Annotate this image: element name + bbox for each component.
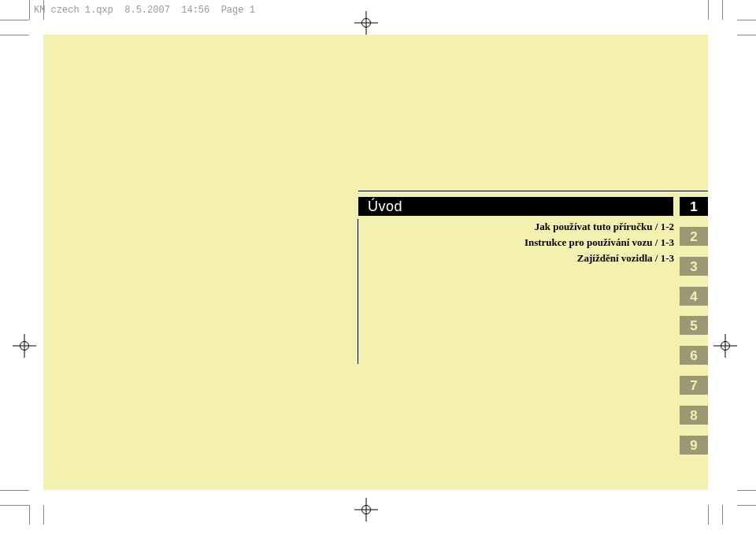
crop-mark: [722, 505, 723, 525]
crop-mark: [43, 0, 44, 20]
crop-mark: [29, 0, 30, 20]
crop-mark: [43, 505, 44, 525]
crop-mark: [737, 505, 756, 506]
crop-mark: [0, 20, 29, 20]
crop-mark: [0, 505, 29, 506]
header-time: 14:56: [181, 5, 209, 16]
header-page: Page 1: [221, 5, 255, 16]
chapter-tab-8: 8: [680, 406, 708, 425]
chapter-tab-1: 1: [680, 197, 708, 216]
chapter-tab-4: 4: [680, 287, 708, 306]
crop-mark: [29, 505, 30, 525]
crop-mark: [737, 490, 756, 491]
registration-mark-icon: [718, 339, 732, 353]
horizontal-rule: [358, 191, 708, 191]
table-of-contents: Jak používat tuto příručku / 1-2 Instruk…: [402, 221, 674, 268]
toc-entry: Instrukce pro používání vozu / 1-3: [402, 236, 674, 249]
registration-mark-icon: [359, 503, 373, 517]
chapter-tab-6: 6: [680, 346, 708, 365]
crop-mark: [708, 0, 709, 20]
crop-mark: [737, 20, 756, 20]
chapter-tab-9: 9: [680, 436, 708, 455]
toc-entry: Zajíždění vozidla / 1-3: [402, 252, 674, 265]
chapter-tab-3: 3: [680, 257, 708, 276]
header-filename: KM czech 1.qxp: [34, 5, 113, 16]
section-title: Úvod: [358, 197, 673, 216]
chapter-tabs: 1 2 3 4 5 6 7 8 9: [680, 197, 708, 466]
toc-entry: Jak používat tuto příručku / 1-2: [402, 221, 674, 233]
crop-mark: [737, 35, 756, 35]
vertical-rule: [358, 219, 358, 364]
crop-mark: [708, 505, 709, 525]
print-header: KM czech 1.qxp 8.5.2007 14:56 Page 1: [34, 5, 255, 16]
chapter-tab-2: 2: [680, 227, 708, 246]
registration-mark-icon: [17, 339, 32, 353]
crop-mark: [722, 0, 723, 20]
header-date: 8.5.2007: [124, 5, 170, 16]
chapter-tab-5: 5: [680, 316, 708, 335]
crop-mark: [0, 490, 29, 491]
chapter-tab-7: 7: [680, 376, 708, 395]
crop-mark: [0, 35, 29, 35]
registration-mark-icon: [359, 16, 373, 30]
